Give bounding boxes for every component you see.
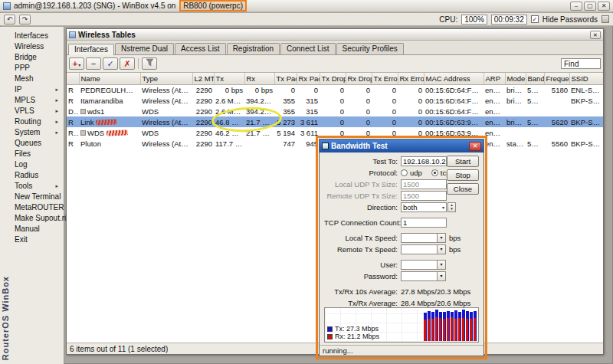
column-header[interactable]: Rx bbox=[244, 73, 274, 84]
interface-name-cell: Pluton bbox=[79, 138, 140, 149]
table-cell: BKP-SN... bbox=[569, 116, 603, 127]
remote-tx-speed-input[interactable] bbox=[401, 244, 438, 254]
interface-row[interactable]: RItamarandibaWireless (Atheros AR5...229… bbox=[67, 95, 603, 106]
direction-select[interactable]: both ▾ bbox=[401, 202, 447, 212]
wireless-close-icon[interactable]: ✕ bbox=[590, 31, 601, 39]
sidebar-item-vpls[interactable]: VPLS▸ bbox=[12, 106, 62, 116]
sidebar-item-files[interactable]: Files bbox=[12, 149, 62, 159]
sidebar-item-manual[interactable]: Manual bbox=[12, 224, 62, 234]
table-cell: 0 bbox=[320, 95, 346, 106]
protocol-tcp-radio[interactable] bbox=[431, 169, 438, 176]
interface-row[interactable]: DRAwds1WDS22902.6 Mbps394.2 kbps35531500… bbox=[67, 106, 603, 116]
sidebar-item-mpls[interactable]: MPLS▸ bbox=[12, 95, 62, 106]
password-input[interactable] bbox=[401, 271, 438, 281]
interface-row[interactable]: RAWDSWDS229046.2 Mbps21.7 Mbps5 1943 611… bbox=[67, 127, 603, 138]
tab-registration[interactable]: Registration bbox=[227, 43, 280, 54]
table-cell: R bbox=[67, 95, 79, 106]
sidebar-item-wireless[interactable]: Wireless bbox=[12, 41, 62, 52]
interface-row[interactable]: RPEDREGULHO-CACA...Wireless (Atheros AR5… bbox=[67, 84, 603, 95]
minimize-button[interactable]: – bbox=[570, 2, 582, 11]
enable-button[interactable]: ✓ bbox=[103, 57, 118, 70]
column-header[interactable]: L2 MTU bbox=[192, 73, 214, 84]
column-header[interactable]: MAC Address bbox=[424, 73, 484, 84]
local-tx-dropdown-icon[interactable]: ▾ bbox=[438, 233, 446, 243]
hide-passwords-label: Hide Passwords bbox=[543, 15, 598, 24]
table-cell: 0 bbox=[398, 116, 424, 127]
column-header[interactable]: ARP bbox=[484, 73, 505, 84]
table-cell: 5GHz bbox=[526, 138, 544, 149]
rx-bar bbox=[435, 317, 438, 341]
column-header[interactable]: Type bbox=[140, 73, 192, 84]
remote-tx-dropdown-icon[interactable]: ▾ bbox=[438, 244, 446, 254]
tab-security-profiles[interactable]: Security Profiles bbox=[336, 43, 404, 54]
table-cell: enabled bbox=[484, 127, 505, 138]
sidebar: InterfacesWirelessBridgePPPMeshIP▸MPLS▸V… bbox=[0, 27, 64, 364]
table-cell: 00:15:6D:64:F4:11 bbox=[424, 106, 484, 116]
tab-nstreme-dual[interactable]: Nstreme Dual bbox=[115, 43, 174, 54]
interface-row[interactable]: RLinkWireless (Atheros AR5...229046.8 Mb… bbox=[67, 116, 603, 127]
sidebar-item-new-terminal[interactable]: New Terminal bbox=[12, 192, 62, 202]
sidebar-item-mesh[interactable]: Mesh bbox=[12, 74, 62, 84]
filter-icon[interactable] bbox=[142, 57, 157, 70]
local-tx-speed-input[interactable] bbox=[401, 233, 438, 243]
user-input[interactable] bbox=[401, 260, 438, 270]
table-cell: 21.7 Mbps bbox=[244, 127, 274, 138]
column-header[interactable]: Rx Drops bbox=[346, 73, 372, 84]
column-header[interactable] bbox=[67, 73, 79, 84]
maximize-button[interactable]: ▢ bbox=[584, 2, 596, 11]
protocol-udp-radio[interactable] bbox=[401, 169, 408, 176]
sidebar-item-routing[interactable]: Routing▸ bbox=[12, 116, 62, 127]
password-dropdown-icon[interactable]: ▾ bbox=[438, 271, 446, 281]
redo-icon[interactable]: ↷ bbox=[19, 15, 31, 25]
bandwidth-dialog-titlebar[interactable]: Bandwidth Test ✕ bbox=[320, 139, 484, 152]
column-header[interactable]: Tx Pac... bbox=[274, 73, 297, 84]
sidebar-item-ppp[interactable]: PPP bbox=[12, 63, 62, 74]
column-header[interactable]: Tx Errors bbox=[372, 73, 398, 84]
find-button[interactable]: Find bbox=[561, 58, 601, 69]
tcp-count-label: TCP Connection Count: bbox=[324, 218, 401, 227]
hide-passwords-checkbox[interactable]: ✓ bbox=[531, 15, 539, 23]
column-header[interactable]: Rx Pac... bbox=[297, 73, 320, 84]
wireless-tables-titlebar[interactable]: Wireless Tables ✕ bbox=[67, 29, 603, 41]
undo-icon[interactable]: ↶ bbox=[4, 15, 15, 25]
sidebar-item-queues[interactable]: Queues bbox=[12, 138, 62, 149]
add-button[interactable]: +▾ bbox=[69, 57, 84, 70]
table-cell: 0 bbox=[398, 106, 424, 116]
column-header[interactable]: SSID bbox=[569, 73, 603, 84]
sidebar-item-interfaces[interactable]: Interfaces bbox=[12, 31, 62, 41]
stop-button[interactable]: Stop bbox=[447, 169, 479, 181]
column-header[interactable]: Mode bbox=[505, 73, 526, 84]
sidebar-item-bridge[interactable]: Bridge bbox=[12, 52, 62, 63]
dialog-close-icon[interactable]: ✕ bbox=[469, 142, 481, 151]
column-header[interactable]: Frequen... bbox=[544, 73, 569, 84]
close-button[interactable]: Close bbox=[447, 183, 479, 195]
sidebar-item-label: Wireless bbox=[15, 41, 44, 52]
sidebar-item-system[interactable]: System▸ bbox=[12, 127, 62, 138]
tab-access-list[interactable]: Access List bbox=[175, 43, 226, 54]
column-header[interactable]: Tx Drops bbox=[320, 73, 346, 84]
sidebar-item-radius[interactable]: Radius bbox=[12, 170, 62, 181]
sidebar-item-log[interactable]: Log bbox=[12, 159, 62, 170]
start-button[interactable]: Start bbox=[447, 156, 479, 167]
sidebar-item-label: Mesh bbox=[15, 74, 33, 84]
column-header[interactable]: Band bbox=[526, 73, 544, 84]
sidebar-item-exit[interactable]: Exit bbox=[12, 234, 62, 245]
disable-button[interactable]: ✗ bbox=[120, 57, 135, 70]
wireless-toolbar: +▾ − ✓ ✗ Find bbox=[67, 55, 603, 73]
column-header[interactable]: Name bbox=[79, 73, 140, 84]
user-dropdown-icon[interactable]: ▾ bbox=[438, 260, 446, 270]
direction-spinner[interactable]: ▴ ▾ bbox=[447, 202, 456, 212]
tab-connect-list[interactable]: Connect List bbox=[280, 43, 336, 54]
column-header[interactable]: Tx bbox=[214, 73, 244, 84]
sidebar-item-ip[interactable]: IP▸ bbox=[12, 84, 62, 95]
sidebar-item-metarouter[interactable]: MetaROUTER bbox=[12, 202, 62, 213]
tcp-count-input[interactable]: 1 bbox=[401, 218, 447, 228]
column-header[interactable]: Rx Errors bbox=[398, 73, 424, 84]
sidebar-item-make-supout-rif[interactable]: Make Supout.rif bbox=[12, 213, 62, 224]
close-icon[interactable]: ✕ bbox=[598, 2, 610, 11]
remove-button[interactable]: − bbox=[86, 57, 101, 70]
table-cell: WDS bbox=[140, 106, 192, 116]
tab-interfaces[interactable]: Interfaces bbox=[68, 44, 114, 55]
sidebar-item-tools[interactable]: Tools▸ bbox=[12, 181, 62, 192]
test-to-input[interactable]: 192.168.10.2 bbox=[401, 156, 447, 166]
